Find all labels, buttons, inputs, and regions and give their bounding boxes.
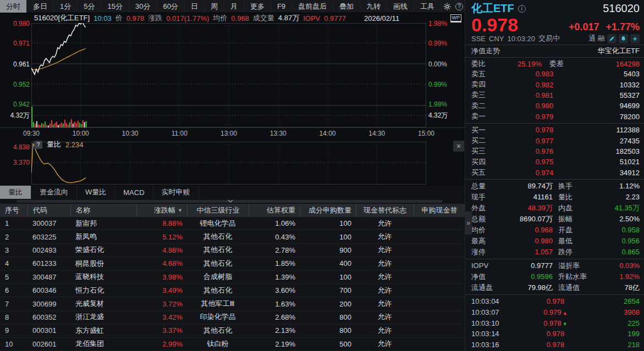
nav-row[interactable]: 净值走势 华宝化工ETF (465, 46, 644, 56)
intraday-chart[interactable] (31, 23, 426, 127)
panel-collapse-handle[interactable]: » (465, 211, 472, 235)
name-cell: 光威复材 (70, 299, 136, 309)
tick-price-value: 0.978 (547, 297, 565, 305)
ask-row[interactable]: 卖三0.98155327 (465, 90, 644, 101)
column-header-1[interactable]: 代码 (27, 204, 70, 217)
bid-row[interactable]: 买四0.97551021 (465, 157, 644, 167)
stat-label: 净值 (471, 272, 486, 282)
toolbar-tab-4[interactable]: 15分 (101, 0, 129, 13)
iopv-stats-grid: IOPV0.9777溢折率0.03%净值0.9596升贴水率1.92%流通盘79… (465, 260, 644, 293)
stat-value: 0.9777 (531, 261, 553, 270)
column-header-4[interactable]: 中信三级行业 (187, 204, 249, 217)
qty-cell: 100 (300, 233, 356, 241)
table-row[interactable]: 5300487蓝晓科技3.98%合成树脂1.39%100允许 (0, 271, 465, 284)
tick-row[interactable]: 10:03:040.9782654 (465, 296, 644, 307)
column-header-6[interactable]: 成分申购数量 (300, 204, 356, 217)
table-row[interactable]: 2603225新凤鸣5.12%其他石化0.43%100允许 (0, 230, 465, 243)
bid-row[interactable]: 买五0.97434912 (465, 168, 644, 178)
tick-time: 10:03:10 (471, 319, 519, 327)
column-header-0[interactable]: 序号 (0, 204, 27, 217)
toolbar-tab-3[interactable]: 5分 (78, 0, 101, 13)
toolbar-action-5[interactable]: 工具 (414, 2, 441, 12)
stat-label: 总额 (471, 214, 486, 224)
table-row[interactable]: 1300037新宙邦8.88%锂电化学品1.06%100允许 (0, 217, 465, 230)
tab-3[interactable]: MACD (115, 186, 153, 199)
gear-icon[interactable] (441, 1, 453, 13)
table-row[interactable]: 8600352浙江龙盛3.42%印染化学品2.68%800允许 (0, 311, 465, 324)
bid-row[interactable]: 买二0.97727435 (465, 135, 644, 146)
toolbar-tab-8[interactable]: 周 (205, 0, 224, 13)
toolbar-tab-6[interactable]: 60分 (157, 0, 184, 13)
tick-row[interactable]: 10:03:100.978▼225 (465, 317, 644, 328)
chevron-down-icon[interactable] (227, 199, 234, 204)
toolbar-action-2[interactable]: 叠加 (333, 2, 360, 12)
table-row[interactable]: 6600346恒力石化3.49%其他石化3.60%700允许 (0, 284, 465, 297)
stat-value: 0.03% (619, 261, 640, 270)
tick-row[interactable]: 10:03:140.978199 (465, 328, 644, 339)
ask-row[interactable]: 卖一0.97978200 (465, 112, 644, 122)
tick-row[interactable]: 10:03:160.978218 (465, 339, 644, 350)
chg-cell: 3.37% (136, 326, 187, 335)
tick-time: 10:03:04 (471, 297, 519, 305)
name-cell: 蓝晓科技 (70, 272, 136, 282)
column-header-3[interactable]: 涨跌幅▼ (136, 204, 187, 217)
stat-value: 1.057 (535, 248, 553, 256)
subchart-label[interactable]: 量比 (47, 140, 61, 149)
toolbar-action-3[interactable]: 九转 (360, 2, 387, 12)
alert-bell-icon[interactable] (619, 34, 628, 43)
table-row[interactable]: 4601233桐昆股份4.68%其他石化1.85%400允许 (0, 257, 465, 270)
tab-1[interactable]: 资金流向 (31, 186, 77, 199)
table-row[interactable]: 3002493荣盛石化4.86%其他石化2.78%900允许 (0, 244, 465, 257)
toolbar-action-1[interactable]: 盘前盘后 (292, 2, 333, 12)
toolbar-tab-0[interactable]: 分时 (0, 0, 27, 13)
toolbar-action-0[interactable]: F9 (271, 2, 292, 10)
stat-row: 外盘48.39万内盘41.35万 (465, 203, 644, 214)
help-icon[interactable]: ? (453, 1, 465, 13)
tab-2[interactable]: W量比 (77, 186, 115, 199)
toolbar-tab-10[interactable]: 更多 (244, 0, 271, 13)
stat-value: 0.968 (535, 226, 553, 234)
horizontal-scrollbar[interactable] (0, 199, 465, 204)
edit-icon[interactable] (607, 34, 617, 43)
column-header-7[interactable]: 现金替代标志 (356, 204, 414, 217)
seq-cell: 8 (0, 313, 27, 321)
nav-label: 净值走势 (471, 46, 500, 56)
column-header-8[interactable]: 申购现金替 (414, 204, 465, 217)
column-header-5[interactable]: 估算权重 (249, 204, 300, 217)
tab-0[interactable]: 量比 (0, 186, 31, 199)
name-cell: 龙佰集团 (70, 339, 136, 349)
ask-row[interactable]: 卖二0.98094699 (465, 101, 644, 111)
quote-meta-row: SSE CNY 10:03:20 交易中 通 融 + (465, 34, 644, 43)
ask-row[interactable]: 卖五0.9835403 (465, 69, 644, 79)
code-cell: 600346 (27, 286, 70, 294)
toolbar-tab-2[interactable]: 1分 (54, 0, 78, 13)
flag-cell: 允许 (356, 219, 414, 229)
close-icon[interactable]: × (453, 141, 464, 152)
column-header-2[interactable]: 名称 (70, 204, 136, 217)
help-icon[interactable]: ? (34, 141, 42, 149)
weight-cell: 2.68% (249, 313, 300, 321)
table-row[interactable]: 7300699光威复材3.72%其他军工Ⅲ1.63%200允许 (0, 297, 465, 310)
toolbar-tab-5[interactable]: 30分 (129, 0, 157, 13)
table-row[interactable]: 9000301东方盛虹3.37%其他石化2.13%800允许 (0, 324, 465, 337)
currency: CNY (489, 35, 504, 43)
table-row[interactable]: 10002601龙佰集团2.99%钛白粉2.19%500允许 (0, 338, 465, 351)
tick-row[interactable]: 10:03:070.979▲3908 (465, 307, 644, 318)
info-icon[interactable]: i (518, 5, 526, 13)
toolbar-tab-1[interactable]: 多日 (27, 0, 54, 13)
stat-label: 涨停 (471, 247, 486, 257)
toolbar-action-4[interactable]: 画线 (387, 2, 414, 12)
seq-cell: 10 (0, 340, 27, 348)
price-axis-label: 0.980 (0, 20, 30, 27)
level-price: 0.976 (502, 147, 587, 155)
bid-row[interactable]: 买三0.976182503 (465, 146, 644, 157)
tab-4[interactable]: 实时申赎 (153, 186, 199, 199)
toolbar-tab-7[interactable]: 日 (185, 0, 205, 13)
bid-row[interactable]: 买一0.978112388 (465, 125, 644, 135)
ask-row[interactable]: 卖四0.98210332 (465, 79, 644, 90)
add-icon[interactable]: + (630, 34, 640, 43)
exchange: SSE (471, 35, 486, 43)
tick-price: 0.978 (519, 297, 592, 305)
volume-ratio-chart[interactable] (31, 142, 426, 185)
toolbar-tab-9[interactable]: 月 (224, 0, 244, 13)
